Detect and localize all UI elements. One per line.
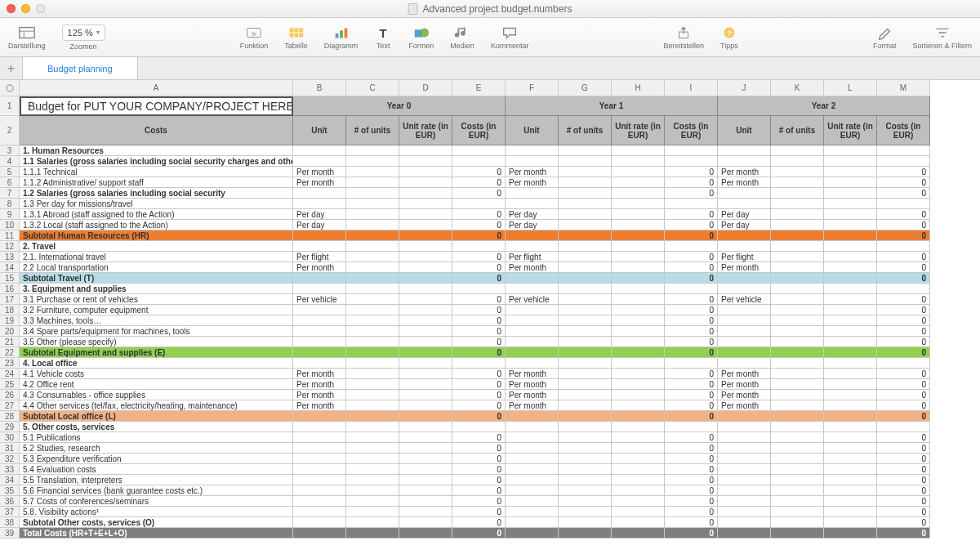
cell[interactable]: 1.1.2 Administrative/ support staff [20,177,293,188]
cell[interactable] [612,422,665,432]
cell[interactable] [346,145,399,156]
cell[interactable] [612,337,665,347]
cell[interactable]: 0 [452,475,506,485]
cell[interactable]: Per month [293,379,346,390]
cell[interactable]: Per month [293,262,346,273]
cell[interactable] [346,507,399,517]
cell[interactable] [293,326,346,337]
cell[interactable]: Per month [718,400,771,411]
cell[interactable]: 5. Other costs, services [20,422,293,432]
cell[interactable] [612,145,665,156]
cell[interactable] [718,199,771,209]
cell[interactable] [824,358,877,369]
cell[interactable] [877,358,930,369]
cell[interactable]: 0 [877,379,930,390]
cell[interactable]: 0 [877,400,930,411]
cell[interactable] [506,199,559,209]
cell[interactable] [293,528,346,539]
cell[interactable] [612,188,665,199]
cell[interactable] [559,507,612,517]
cell[interactable] [399,369,452,379]
cell[interactable] [399,252,452,262]
function-button[interactable]: fx Funktion [240,25,269,50]
cell[interactable] [612,464,665,475]
cell[interactable] [399,411,452,422]
cell[interactable] [612,262,665,273]
row-header[interactable]: 36 [0,496,20,507]
cell[interactable] [399,209,452,220]
cell[interactable] [718,411,771,422]
cell[interactable] [559,337,612,347]
cell[interactable] [293,241,346,252]
cell[interactable] [346,252,399,262]
cell[interactable] [824,188,877,199]
cell[interactable]: # of units [346,116,399,145]
cell[interactable] [612,390,665,400]
cell[interactable] [559,517,612,528]
cell[interactable]: 0 [452,400,506,411]
cell[interactable] [771,252,824,262]
cell[interactable] [718,475,771,485]
cell[interactable] [293,199,346,209]
cell[interactable] [506,156,559,167]
cell[interactable]: Per day [506,220,559,230]
cell[interactable] [771,220,824,230]
cell[interactable]: 0 [877,369,930,379]
cell[interactable] [559,443,612,454]
cell[interactable] [771,443,824,454]
cell[interactable] [506,326,559,337]
row-header[interactable]: 3 [0,145,20,156]
cell[interactable] [612,167,665,177]
spreadsheet-grid[interactable]: ABCDEFGHIJKLM 12345678910111213141516171… [0,80,980,550]
cell[interactable] [771,273,824,284]
cell[interactable] [824,507,877,517]
cell[interactable] [346,411,399,422]
cell[interactable]: 0 [452,390,506,400]
cell[interactable] [877,284,930,294]
row-header[interactable]: 22 [0,347,20,358]
cell[interactable] [612,199,665,209]
cell[interactable] [506,411,559,422]
cell[interactable] [718,241,771,252]
cell[interactable] [612,220,665,230]
cell[interactable] [824,209,877,220]
row-header[interactable]: 30 [0,432,20,443]
cell[interactable] [824,379,877,390]
cell[interactable] [824,337,877,347]
cell[interactable] [452,156,506,167]
row-header[interactable]: 2 [0,116,20,145]
cell[interactable]: Per vehicle [718,294,771,305]
cell[interactable] [771,209,824,220]
cell[interactable] [346,305,399,315]
cell[interactable]: 0 [665,400,718,411]
cell[interactable] [506,273,559,284]
cell[interactable]: 0 [452,294,506,305]
row-header[interactable]: 15 [0,273,20,284]
cell[interactable] [612,485,665,496]
cell[interactable] [612,369,665,379]
cell[interactable] [346,156,399,167]
row-header[interactable]: 17 [0,294,20,305]
column-header[interactable]: C [346,80,399,96]
cell[interactable] [293,422,346,432]
cell[interactable] [771,432,824,443]
cell[interactable]: 0 [665,485,718,496]
cell[interactable] [399,464,452,475]
row-header[interactable]: 6 [0,177,20,188]
row-header[interactable]: 23 [0,358,20,369]
cell[interactable] [399,400,452,411]
cell[interactable] [293,496,346,507]
media-button[interactable]: Medien [450,25,474,50]
cell[interactable]: 0 [452,273,506,284]
cell[interactable] [506,432,559,443]
cell[interactable] [399,454,452,464]
column-header[interactable]: E [452,80,506,96]
cell[interactable] [612,273,665,284]
cell[interactable] [293,305,346,315]
cell[interactable] [399,315,452,326]
cell[interactable]: 0 [665,337,718,347]
column-header[interactable]: D [399,80,452,96]
cell[interactable] [559,369,612,379]
row-header[interactable]: 14 [0,262,20,273]
cell[interactable] [559,485,612,496]
